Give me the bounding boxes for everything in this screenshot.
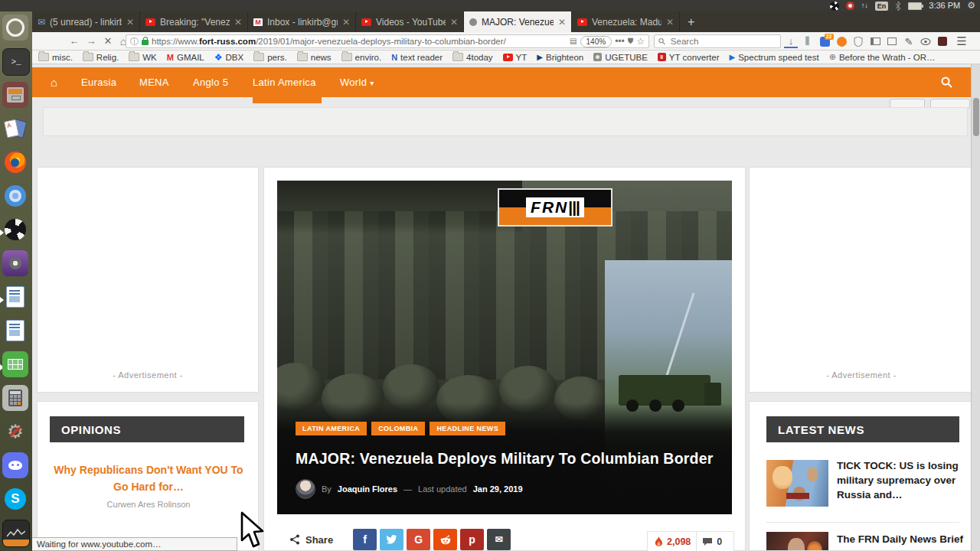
extension-icon[interactable]: 22 xyxy=(818,34,831,48)
dock-item-discord[interactable] xyxy=(2,452,28,478)
news-thumbnail-1[interactable] xyxy=(766,460,828,507)
tab-major-venezuela-active[interactable]: MAJOR: Venezuela ✕ xyxy=(464,11,572,32)
bookmark-ugetube[interactable]: UGETUBE xyxy=(593,53,648,62)
dock-item-firefox[interactable] xyxy=(2,149,28,175)
new-tab-button[interactable]: + xyxy=(680,11,702,32)
share-twitter-button[interactable] xyxy=(380,529,403,550)
site-search-icon[interactable] xyxy=(941,77,952,88)
tab-close-icon[interactable]: ✕ xyxy=(450,17,458,28)
dock-item-file-archive[interactable] xyxy=(2,82,28,108)
search-bar[interactable] xyxy=(654,34,781,48)
tab-close-icon[interactable]: ✕ xyxy=(234,17,242,28)
bookmark-youtube[interactable]: YT xyxy=(503,53,528,62)
tab-gmail-inbox[interactable]: M Inbox - linkirb@gma ✕ xyxy=(248,11,356,32)
bookmark-dropbox[interactable]: ❖DBX xyxy=(214,52,243,63)
downloads-icon[interactable]: ↓ xyxy=(784,35,798,48)
site-home-icon[interactable]: ⌂ xyxy=(51,67,57,97)
obs-tray-icon[interactable] xyxy=(830,2,839,11)
forward-button[interactable]: → xyxy=(84,34,98,48)
opinions-post-link[interactable]: Why Republicans Don't Want YOU To Go Har… xyxy=(53,461,244,495)
page-info-icon[interactable]: ⓘ xyxy=(130,36,139,47)
highlighter-icon[interactable]: ✎ xyxy=(902,34,916,48)
theme-addon-icon[interactable] xyxy=(936,34,949,48)
page-scrollbar[interactable] xyxy=(971,64,980,551)
pocket-icon[interactable]: ⛊ xyxy=(628,36,634,47)
nav-item-anglo-5[interactable]: Anglo 5 xyxy=(193,67,228,97)
bookmark-folder-wk[interactable]: WK xyxy=(129,53,157,62)
dock-item-skype[interactable]: S xyxy=(2,486,28,512)
tag-headline-news[interactable]: HEADLINE NEWS xyxy=(430,422,505,435)
battery-icon[interactable] xyxy=(908,2,922,10)
library-icon[interactable]: ⫼ xyxy=(801,34,815,48)
addon-orange-icon[interactable] xyxy=(835,34,848,48)
nav-item-eurasia[interactable]: Eurasia xyxy=(81,67,116,97)
bookmark-spectrum-speed-test[interactable]: ▶Spectrum speed test xyxy=(729,53,818,62)
menu-hamburger-icon[interactable]: ☰ xyxy=(955,34,969,48)
dock-item-chromium[interactable] xyxy=(2,183,28,209)
news-item-title-1[interactable]: TICK TOCK: US is losing military suprema… xyxy=(837,458,967,502)
tab-mail-unread[interactable]: ✉ (5 unread) - linkirb@ ✕ xyxy=(32,11,140,32)
news-item-title-2[interactable]: The FRN Daily News Brief 2019-02-02… xyxy=(837,532,967,551)
comments-count[interactable]: 0 xyxy=(717,536,722,547)
share-email-button[interactable]: ✉ xyxy=(487,529,511,550)
share-pinterest-button[interactable]: p xyxy=(460,529,484,550)
bookmark-text-reader[interactable]: Ntext reader xyxy=(391,53,443,62)
bookmark-folder-news[interactable]: news xyxy=(297,53,332,62)
bookmark-folder-4today[interactable]: 4today xyxy=(452,53,493,62)
bookmark-folder-misc[interactable]: misc. xyxy=(38,53,73,62)
article-hero-image[interactable]: FRN||| LATIN AMERICA COLOMBIA HEADLINE N… xyxy=(277,181,732,514)
keyboard-layout-indicator[interactable]: En xyxy=(875,2,889,11)
share-facebook-button[interactable]: f xyxy=(353,529,377,550)
sidebar-toggle-icon[interactable] xyxy=(868,34,882,48)
stop-button[interactable]: ✕ xyxy=(101,34,115,48)
shield-addon-icon[interactable] xyxy=(851,34,865,48)
dock-item-writer[interactable] xyxy=(2,284,28,310)
clock-time[interactable]: 3:36 PM xyxy=(929,0,960,11)
tab-close-icon[interactable]: ✕ xyxy=(666,17,674,28)
bookmark-brighteon[interactable]: ▶Brighteon xyxy=(537,53,583,62)
bookmark-folder-enviro[interactable]: enviro. xyxy=(341,53,382,62)
bookmark-gmail[interactable]: MGMAIL xyxy=(167,53,204,62)
dock-item-calculator[interactable] xyxy=(2,385,28,411)
dock-item-tweaks[interactable]: ⚙ xyxy=(2,419,28,445)
bookmark-folder-pers[interactable]: pers. xyxy=(253,53,287,62)
reader-mode-icon[interactable]: ▤ xyxy=(570,36,577,47)
scrollbar-thumb[interactable] xyxy=(973,98,979,136)
tag-latin-america[interactable]: LATIN AMERICA xyxy=(296,422,367,435)
bookmark-folder-relig[interactable]: Relig. xyxy=(83,53,119,62)
dock-item-calc[interactable] xyxy=(2,351,28,377)
share-google-plus-button[interactable]: G xyxy=(407,529,430,550)
bluetooth-icon[interactable] xyxy=(895,2,901,11)
tab-close-icon[interactable]: ✕ xyxy=(342,17,350,28)
tag-colombia[interactable]: COLOMBIA xyxy=(371,422,425,435)
dock-item-system-monitor[interactable] xyxy=(2,520,30,547)
tab-videos-youtube[interactable]: Videos - YouTube ✕ xyxy=(356,11,464,32)
bookmark-before-the-wrath[interactable]: ⊕Before the Wrath - OR… xyxy=(829,52,936,62)
bookmark-yt-converter[interactable]: ‖YT converter xyxy=(658,53,720,62)
dock-item-media-player[interactable] xyxy=(2,250,28,276)
eyedropper-icon[interactable] xyxy=(919,34,933,48)
dock-item-terminal[interactable]: >_ xyxy=(2,48,30,76)
alarm-clock-tray-icon[interactable] xyxy=(846,2,854,10)
url-bar[interactable]: ⓘ https://www.fort-russ.com/2019/01/majo… xyxy=(126,34,649,48)
page-actions-icon[interactable]: ••• xyxy=(615,36,625,47)
bookmark-star-icon[interactable]: ☆ xyxy=(636,36,645,47)
nav-item-latin-america[interactable]: Latin America xyxy=(253,67,316,97)
zoom-level-indicator[interactable]: 140% xyxy=(580,36,612,47)
dock-item-ubuntu[interactable] xyxy=(2,15,28,41)
dock-item-solitaire[interactable]: A xyxy=(2,116,28,142)
tab-venezuela-maduro[interactable]: Venezuela: Maduro ✕ xyxy=(572,11,680,32)
tab-close-icon[interactable]: ✕ xyxy=(126,17,134,28)
share-reddit-button[interactable] xyxy=(433,529,457,550)
dock-item-writer-2[interactable] xyxy=(2,318,28,344)
author-name[interactable]: Joaquin Flores xyxy=(338,484,397,494)
tab-breaking-venezuela[interactable]: Breaking: "Venezuel ✕ xyxy=(140,11,248,32)
session-power-icon[interactable]: ⚙ xyxy=(967,0,975,11)
tab-close-icon[interactable]: ✕ xyxy=(558,17,566,28)
nav-item-world[interactable]: World ▾ xyxy=(340,67,374,97)
dock-item-obs[interactable] xyxy=(2,217,28,243)
author-avatar[interactable] xyxy=(296,479,315,499)
window-capture-icon[interactable] xyxy=(885,34,899,48)
nav-item-mena[interactable]: MENA xyxy=(139,67,169,97)
news-thumbnail-2[interactable] xyxy=(766,532,828,551)
